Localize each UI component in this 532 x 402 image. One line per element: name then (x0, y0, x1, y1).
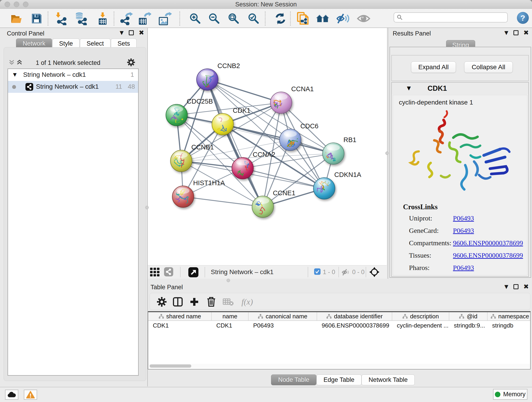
selected-checkbox-icon[interactable] (314, 268, 321, 275)
memory-status-icon (495, 392, 500, 397)
left-splitter-handle[interactable] (145, 206, 149, 209)
import-network-icon[interactable] (55, 12, 68, 25)
panel-close-icon[interactable]: ✖ (524, 30, 529, 35)
network-share-icon[interactable] (164, 267, 173, 277)
table-settings-gear-icon[interactable] (156, 296, 168, 308)
panel-close-icon[interactable]: ✖ (524, 284, 529, 289)
crosslink-link[interactable]: P06493 (453, 214, 474, 222)
column-header--id[interactable]: @id (449, 312, 488, 320)
show-all-icon[interactable] (357, 12, 370, 25)
zoom-selected-icon[interactable] (247, 12, 260, 25)
grid-view-icon[interactable] (150, 267, 160, 278)
node-section-title: CDK1 (428, 84, 447, 93)
network-options-gear-icon[interactable] (127, 58, 135, 68)
network-node-RB1[interactable]: RB1 (322, 136, 356, 166)
home-icon[interactable] (316, 12, 329, 25)
panel-float-icon[interactable] (513, 30, 519, 35)
panel-menu-icon[interactable]: ▼ (505, 284, 508, 289)
table-row[interactable]: CDK1CDK1P064939606.ENSP00000378699cyclin… (148, 321, 530, 330)
column-header-name[interactable]: name (212, 312, 249, 320)
tab-network-table[interactable]: Network Table (361, 375, 415, 385)
table-cell[interactable]: P06493 (249, 321, 317, 330)
table-horizontal-scrollbar[interactable] (149, 364, 530, 368)
add-column-icon[interactable] (188, 296, 200, 308)
crosslink-link[interactable]: P06493 (453, 227, 474, 235)
help-icon[interactable]: ? (517, 12, 529, 24)
first-neighbors-icon[interactable] (296, 12, 310, 25)
memory-label: Memory (503, 391, 526, 398)
column-header-description[interactable]: description (392, 312, 449, 320)
right-splitter-handle[interactable] (385, 152, 389, 155)
collapse-all-button[interactable]: Collapse All (464, 61, 513, 73)
zoom-out-icon[interactable] (207, 12, 221, 25)
birds-eye-crosshair-icon[interactable] (369, 267, 380, 278)
network-node-CDKN1A[interactable]: CDKN1A (313, 171, 361, 199)
collection-expander-icon[interactable]: ▼ (13, 72, 17, 77)
network-node-CCNB1[interactable]: CCNB1 (171, 143, 214, 172)
column-header-shared-name[interactable]: shared name (148, 312, 212, 320)
cloud-status-button[interactable] (5, 390, 18, 400)
network-collection-row[interactable]: ▼ String Network – cdk1 1 (8, 69, 138, 81)
hide-selected-icon[interactable] (336, 12, 350, 25)
horizontal-splitter[interactable] (148, 279, 532, 282)
delete-column-trash-icon[interactable] (205, 296, 217, 308)
table-header-row: shared namenamecanonical namedatabase id… (148, 312, 530, 321)
open-session-icon[interactable] (9, 12, 23, 25)
network-edge[interactable] (183, 197, 263, 207)
tab-edge-table[interactable]: Edge Table (317, 375, 361, 385)
panel-menu-icon[interactable]: ▼ (505, 30, 508, 36)
network-node-CCNA1[interactable]: CCNA1 (270, 85, 314, 114)
column-header-database-identifier[interactable]: database identifier (317, 312, 392, 320)
export-network-icon[interactable] (120, 12, 133, 25)
memory-button[interactable]: Memory (493, 389, 527, 400)
panel-float-icon[interactable] (129, 30, 134, 35)
search-input[interactable] (403, 14, 507, 21)
network-node-CDC6[interactable]: CDC6 (279, 122, 318, 151)
refresh-layout-icon[interactable] (273, 12, 287, 25)
section-expander-icon[interactable]: ▼ (407, 85, 411, 91)
detach-view-icon[interactable] (188, 267, 198, 278)
table-cell[interactable]: 9606.ENSP00000378699 (317, 321, 392, 330)
save-session-icon[interactable] (30, 12, 44, 25)
zoom-in-icon[interactable] (188, 12, 202, 25)
import-database-icon[interactable] (75, 12, 89, 25)
tab-node-table[interactable]: Node Table (271, 375, 317, 385)
hidden-eye-icon[interactable] (342, 269, 351, 277)
zoom-fit-icon[interactable] (227, 12, 241, 25)
show-columns-icon[interactable] (172, 296, 184, 308)
crosslink-label: GeneCard: (409, 227, 439, 235)
export-image-icon[interactable] (158, 12, 172, 25)
network-row[interactable]: String Network – cdk1 11 48 (8, 81, 138, 93)
crosslink-link[interactable]: P06493 (453, 264, 474, 272)
network-node-HIST1H1A[interactable]: HIST1H1A (172, 179, 225, 207)
network-edge[interactable] (207, 80, 281, 103)
panel-float-icon[interactable] (513, 284, 519, 289)
scrollbar-thumb[interactable] (150, 364, 191, 368)
panel-close-icon[interactable]: ✖ (139, 30, 144, 35)
network-node-CDK1[interactable]: CDK1 (208, 107, 250, 135)
table-cell[interactable]: CDK1 (212, 321, 249, 330)
network-canvas[interactable]: CCNB2CCNA1CDC25BCDK1CDC6RB1CCNB1CCNA2CDK… (148, 28, 387, 265)
crosslink-link[interactable]: 9606.ENSP00000378699 (453, 251, 523, 259)
expand-all-button[interactable]: Expand All (411, 61, 456, 73)
column-header-canonical-name[interactable]: canonical name (249, 312, 317, 320)
crosslink-link[interactable]: 9606.ENSP00000378699 (453, 239, 523, 247)
table-cell[interactable]: stringdb:9... (449, 321, 488, 330)
export-table-icon[interactable] (138, 12, 152, 25)
warnings-button[interactable] (24, 390, 37, 400)
network-node-CCNE1[interactable]: CCNE1 (252, 189, 295, 220)
network-edge[interactable] (207, 80, 263, 207)
column-header-namespace[interactable]: namespace (488, 312, 532, 320)
table-cell[interactable]: CDK1 (148, 321, 212, 330)
import-table-icon[interactable] (96, 12, 109, 25)
panel-menu-icon[interactable]: ▼ (120, 30, 124, 36)
crosslink-row: Uniprot:P06493 (409, 214, 523, 227)
table-cell[interactable]: cyclin-dependent ... (392, 321, 449, 330)
delete-table-icon (222, 296, 234, 308)
collection-label: String Network – cdk1 (23, 71, 86, 78)
table-cell[interactable]: stringdb (488, 321, 532, 330)
column-header-label: shared name (166, 313, 201, 320)
network-row-label: String Network – cdk1 (36, 83, 99, 90)
horizontal-splitter-handle[interactable] (227, 279, 230, 282)
node-section-header[interactable]: ▼ CDK1 (392, 83, 528, 95)
